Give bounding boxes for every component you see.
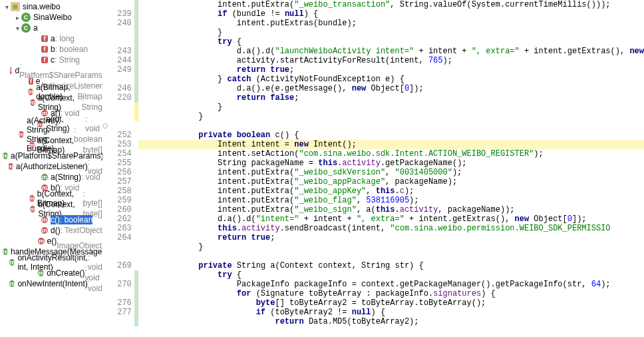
field-icon: f	[29, 78, 33, 85]
code-line[interactable]: intent.putExtra("_weibo_sign", a(this.ac…	[138, 205, 644, 214]
code-line[interactable]: }	[138, 242, 644, 252]
tree-package[interactable]: ▾ ⊞ sina.weibo	[0, 1, 102, 12]
method-icon: m	[41, 216, 48, 223]
code-line[interactable]: }	[138, 28, 644, 37]
structure-tree[interactable]: ▾ ⊞ sina.weibo ▸ C SinaWeibo ▾ C a fa : …	[0, 0, 102, 337]
code-line[interactable]: try {	[138, 37, 644, 47]
code-line[interactable]: private String a(Context context, String…	[138, 261, 644, 270]
method-icon: m	[41, 227, 48, 234]
chevron-right-icon: ▸	[13, 14, 21, 21]
member-name: a(AuthorizeListener)	[16, 162, 88, 171]
method-icon: m	[19, 131, 24, 138]
member-sig: : String	[81, 93, 102, 112]
tree-member[interactable]: ma(Platform$ShareParams) : void	[0, 151, 102, 161]
code-line[interactable]: return Data.MD5(toByteArray2);	[138, 317, 644, 326]
code-line[interactable]: if (bundle != null) {	[138, 9, 644, 19]
tree-member[interactable]: fb : boolean	[0, 44, 102, 55]
member-sig: : void	[81, 172, 100, 182]
code-line[interactable]	[138, 252, 644, 261]
code-line[interactable]: }	[138, 112, 644, 121]
code-line[interactable]: try {	[138, 270, 644, 280]
code-line[interactable]: d.a().e(e.getMessage(), new Object[0]);	[138, 84, 644, 93]
code-line[interactable]: private boolean c() {	[138, 131, 644, 140]
class-icon: C	[21, 23, 31, 33]
method-icon: m	[8, 163, 13, 170]
code-line[interactable]: for (Signature toByteArray : packageInfo…	[138, 289, 644, 298]
code-line[interactable]: intent.putExtra("_weibo_flag", 538116905…	[138, 196, 644, 205]
tree-member[interactable]: fa : long	[0, 33, 102, 44]
tree-member[interactable]: mc() : boolean	[0, 214, 102, 225]
splitter[interactable]	[102, 0, 108, 337]
code-line[interactable]: activity.startActivityForResult(intent, …	[138, 56, 644, 65]
method-icon: m	[41, 174, 48, 180]
member-name: e()	[47, 236, 57, 246]
tree-member[interactable]: monNewIntent(Intent) : void	[0, 278, 102, 289]
splitter-handle-icon[interactable]	[102, 123, 108, 129]
tree-member[interactable]: ma(Context, String) : String	[0, 97, 102, 108]
method-icon: m	[9, 259, 15, 266]
class-icon: C	[21, 13, 31, 22]
class-label: a	[33, 23, 38, 33]
code-line[interactable]: } catch (ActivityNotFoundException e) {	[138, 75, 644, 84]
method-icon: m	[38, 238, 44, 244]
member-name: onCreate()	[47, 268, 84, 278]
method-icon: m	[30, 206, 35, 212]
tree-class-a[interactable]: ▾ C a	[0, 23, 102, 33]
tree-member[interactable]: mb(Context, String) : byte[]	[0, 204, 102, 214]
tree-member[interactable]: monCreate() : void	[0, 268, 102, 278]
code-line[interactable]: return false;	[138, 93, 644, 103]
tree-member[interactable]: me() : ImageObject	[0, 236, 102, 246]
class-label: SinaWeibo	[33, 13, 72, 22]
package-icon: ⊞	[11, 2, 20, 11]
code-line[interactable]: return true;	[138, 233, 644, 242]
method-icon: m	[3, 153, 8, 159]
code-line[interactable]: intent.putExtras(bundle);	[138, 19, 644, 28]
code-line[interactable]: this.activity.sendBroadcast(intent, "com…	[138, 224, 644, 233]
tree-member[interactable]: ma(Context, Bitmap) : byte[]	[0, 140, 102, 151]
member-name: d	[15, 66, 19, 75]
code-area[interactable]: intent.putExtra("_weibo_transaction", St…	[138, 0, 644, 337]
member-name: b	[51, 45, 55, 54]
chevron-down-icon: ▾	[13, 25, 21, 32]
member-name: c()	[51, 215, 60, 224]
method-icon: m	[29, 142, 35, 149]
tree-class-SinaWeibo[interactable]: ▸ C SinaWeibo	[0, 12, 102, 23]
field-icon: f	[10, 67, 12, 74]
code-line[interactable]: intent.putExtra("_weibo_appKey", this.c)…	[138, 186, 644, 196]
code-line[interactable]: PackageInfo packageInfo = context.getPac…	[138, 280, 644, 289]
member-sig: : boolean	[60, 215, 92, 224]
code-line[interactable]: intent.putExtra("_weibo_transaction", St…	[138, 0, 644, 9]
code-line[interactable]: }	[138, 103, 644, 112]
code-line[interactable]: Intent intent = new Intent();	[138, 140, 644, 149]
method-icon: m	[3, 248, 8, 255]
method-icon: m	[38, 270, 44, 276]
field-icon: f	[41, 46, 48, 53]
code-line[interactable]	[138, 121, 644, 131]
method-icon: m	[29, 195, 35, 202]
code-line[interactable]: return true;	[138, 65, 644, 75]
member-sig: : boolean	[55, 45, 88, 54]
code-line[interactable]: intent.setAction("com.sina.weibo.sdk.Int…	[138, 149, 644, 159]
member-sig: : void	[88, 274, 102, 293]
code-line[interactable]: d.a().d("intent=" + intent + ", extra=" …	[138, 214, 644, 224]
code-line[interactable]: if (toByteArray2 != null) {	[138, 308, 644, 317]
code-line[interactable]: byte[] toByteArray2 = toByteArray.toByte…	[138, 298, 644, 308]
method-icon: m	[9, 280, 15, 287]
chevron-down-icon: ▾	[3, 3, 11, 11]
code-line[interactable]: intent.putExtra("_weibo_appPackage", pac…	[138, 177, 644, 186]
member-sig: : long	[55, 34, 75, 43]
field-icon: f	[41, 35, 48, 42]
tree-member[interactable]: ma(AuthorizeListener) : void	[0, 161, 102, 172]
member-name: a(String)	[51, 172, 81, 182]
code-line[interactable]: String packageName = this.activity.getPa…	[138, 159, 644, 168]
code-line[interactable]: intent.putExtra("_weibo_sdkVersion", "00…	[138, 168, 644, 177]
member-name: onNewIntent(Intent)	[17, 279, 87, 288]
package-label: sina.weibo	[23, 2, 61, 11]
method-icon: m	[28, 89, 33, 95]
tree-member[interactable]: ma(String) : void	[0, 172, 102, 182]
line-numbers: 2392402432442492462202522532542552562572…	[108, 0, 134, 337]
code-editor[interactable]: 2392402432442492462202522532542552562572…	[108, 0, 644, 337]
member-name: a	[51, 34, 55, 43]
method-icon: m	[30, 99, 35, 106]
code-line[interactable]: d.a().d("launchWeiboActivity intent=" + …	[138, 47, 644, 56]
